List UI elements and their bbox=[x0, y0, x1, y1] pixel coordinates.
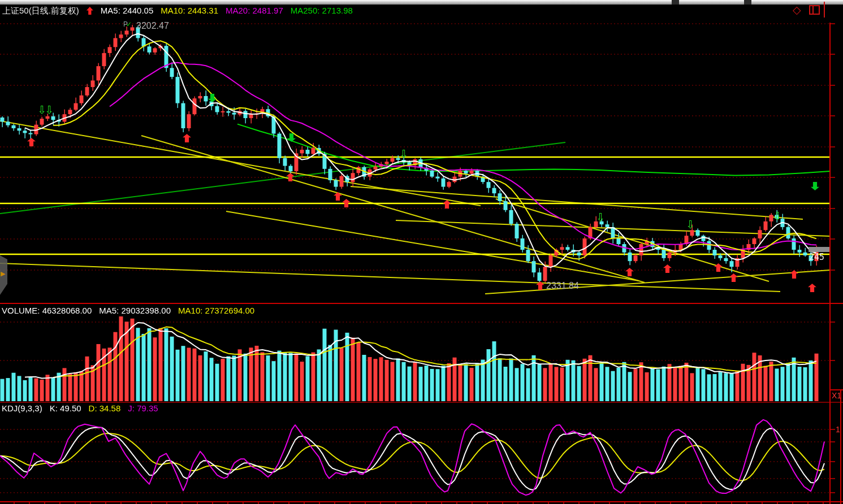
main-chart-header: 上证50(日线.前复权)MA5: 2440.05MA10: 2443.31MA2… bbox=[2, 6, 360, 16]
sell-signal-arrow-hollow: ⇩ bbox=[686, 219, 695, 230]
price-tag-handle[interactable] bbox=[809, 247, 829, 252]
app-window: 上证50(日线.前复权)MA5: 2440.05MA10: 2443.31MA2… bbox=[0, 0, 843, 504]
ma10-value: MA10: 2443.31 bbox=[161, 6, 218, 15]
volume-value: VOLUME: 46328068.00 bbox=[2, 306, 92, 315]
symbol-title[interactable]: 上证50(日线.前复权) bbox=[2, 6, 79, 15]
volume-ma5-value: MA5: 29032398.00 bbox=[99, 306, 171, 315]
ma250-value: MA250: 2713.98 bbox=[291, 6, 353, 15]
cursor-caret bbox=[824, 2, 825, 18]
chart-canvas[interactable] bbox=[0, 0, 843, 504]
peak-marker-icon: P✓ bbox=[123, 20, 132, 28]
pane-ratio-label: X1 bbox=[832, 391, 841, 400]
kdj-params[interactable]: KDJ(9,3,3) bbox=[2, 403, 42, 413]
kdj-pane-header: KDJ(9,3,3)K: 49.50D: 34.58J: 79.35 bbox=[2, 403, 166, 413]
up-arrow-icon bbox=[87, 7, 93, 15]
sell-signal-arrow-hollow: ⇩ bbox=[596, 212, 605, 223]
high-price-label: 3202.47 bbox=[136, 21, 169, 31]
kdj-k-value: K: 49.50 bbox=[50, 403, 81, 413]
last-price-label: 245 bbox=[809, 252, 829, 262]
volume-ma10-value: MA10: 27372694.00 bbox=[178, 306, 254, 315]
expand-arrow-icon: ▶ bbox=[1, 270, 5, 277]
top-scrollbar[interactable] bbox=[0, 0, 843, 5]
diamond-tool-icon[interactable]: ◇ bbox=[793, 3, 801, 16]
sell-signal-arrow-hollow: ⇩ bbox=[399, 149, 408, 159]
kdj-scale-label: 1 bbox=[836, 425, 840, 434]
ma5-value: MA5: 2440.05 bbox=[101, 6, 153, 15]
sell-signal-arrow-hollow: ⇩ bbox=[773, 211, 782, 221]
kdj-j-value: J: 79.35 bbox=[128, 403, 158, 413]
scrollbar-notch bbox=[672, 0, 679, 5]
scrollbar-notch bbox=[744, 0, 751, 5]
low-price-label: 2331.84 bbox=[546, 281, 579, 291]
kdj-d-value: D: 34.58 bbox=[89, 403, 121, 413]
volume-pane-header: VOLUME: 46328068.00MA5: 29032398.00MA10:… bbox=[2, 306, 262, 315]
split-divider bbox=[812, 6, 814, 14]
ma20-value: MA20: 2481.97 bbox=[226, 6, 283, 15]
sell-signal-arrow-hollow: ⇩ bbox=[45, 105, 54, 115]
split-window-icon[interactable] bbox=[809, 5, 820, 15]
